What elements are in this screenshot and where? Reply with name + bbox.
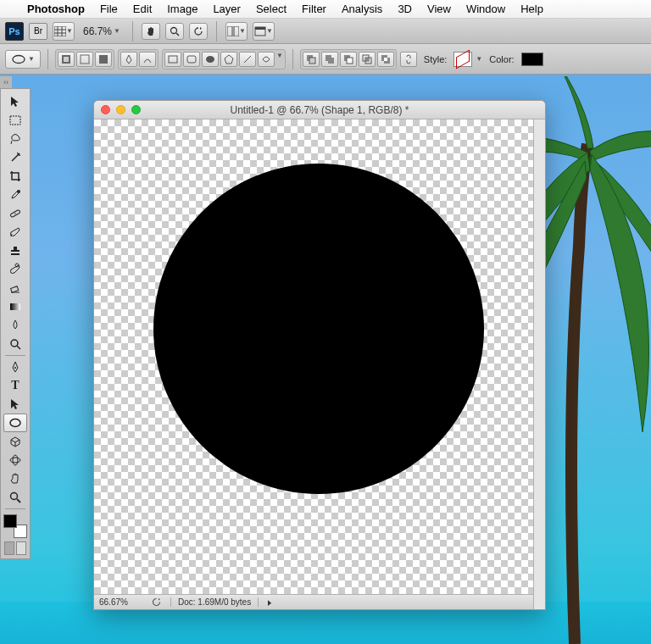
svg-rect-29 [365,58,369,61]
freeform-pen-icon[interactable] [139,52,156,67]
eraser-tool[interactable] [3,279,27,297]
wand-tool[interactable] [3,148,27,167]
move-tool[interactable] [3,92,27,111]
menu-edit[interactable]: Edit [133,3,152,15]
lasso-tool[interactable] [3,130,27,148]
type-tool[interactable]: T [3,376,27,395]
ellipse-tool[interactable] [3,414,27,432]
brush-tool[interactable] [3,223,27,242]
view-extras-button[interactable]: ▼ [53,22,75,41]
menu-select[interactable]: Select [256,3,287,15]
status-refresh-icon[interactable] [150,597,162,608]
tools-collapse-tab[interactable]: ›› [0,76,12,88]
zoom-level-dropdown[interactable]: 66.7% ▼ [80,25,124,37]
new-layer-op-icon[interactable] [303,52,320,67]
status-doc-info[interactable]: Doc: 1.69M/0 bytes [170,597,259,607]
menu-help[interactable]: Help [520,3,543,15]
paths-button[interactable] [76,52,93,67]
style-picker[interactable] [453,52,472,67]
close-window-icon[interactable] [101,105,110,114]
healing-tool[interactable] [3,204,27,223]
path-select-tool[interactable] [3,395,27,414]
vertical-scrollbar[interactable] [533,119,545,609]
svg-rect-17 [187,56,196,63]
subtract-op-icon[interactable] [340,52,357,67]
screen-mode-button[interactable]: ▼ [253,22,275,41]
ps-logo-icon[interactable]: Ps [5,22,24,41]
menu-filter[interactable]: Filter [302,3,326,15]
shape-1-ellipse[interactable] [153,164,484,494]
menu-3d[interactable]: 3D [398,3,412,15]
bridge-launch-button[interactable]: Br [29,23,47,40]
line-shape-icon[interactable] [239,52,256,67]
menu-image[interactable]: Image [167,3,198,15]
rotate-view-shortcut[interactable] [189,23,208,40]
polygon-shape-icon[interactable] [220,52,237,67]
hand-tool-shortcut[interactable] [142,23,160,40]
link-layers-icon[interactable] [400,52,417,67]
rectangle-shape-icon[interactable] [164,52,181,67]
3d-tool[interactable] [3,432,27,451]
minimize-window-icon[interactable] [116,105,125,114]
traffic-lights [101,105,141,114]
menu-view[interactable]: View [427,3,451,15]
foreground-color-swatch[interactable] [3,514,17,528]
arrange-documents-button[interactable]: ▼ [225,22,248,41]
marquee-tool[interactable] [3,111,27,130]
document-titlebar[interactable]: Untitled-1 @ 66.7% (Shape 1, RGB/8) * [94,101,545,119]
ps-options-bar: ▼ ▼ Style: ▼ Color: [0,44,651,75]
exclude-op-icon[interactable] [377,52,394,67]
history-brush-tool[interactable] [3,260,27,279]
color-picker[interactable] [521,53,543,66]
blur-tool[interactable] [3,316,27,335]
menu-layer[interactable]: Layer [213,3,241,15]
svg-rect-44 [10,303,20,310]
chevron-down-icon[interactable]: ▼ [276,52,283,67]
menu-file[interactable]: File [100,3,118,15]
svg-rect-42 [11,286,19,292]
dodge-tool[interactable] [3,335,27,353]
menu-analysis[interactable]: Analysis [342,3,382,15]
svg-point-40 [14,213,15,214]
gradient-tool[interactable] [3,297,27,316]
svg-rect-13 [64,57,69,62]
add-op-icon[interactable] [321,52,338,67]
path-operations-group [300,49,397,69]
crop-tool[interactable] [3,167,27,186]
quick-mask-icon[interactable] [16,541,26,555]
pen-tool[interactable] [3,358,27,376]
pen-icon[interactable] [120,52,137,67]
foreground-background-colors[interactable] [3,514,27,538]
svg-point-49 [10,458,20,463]
stamp-tool[interactable] [3,242,27,260]
svg-rect-15 [99,55,108,64]
custom-shape-icon[interactable] [258,52,275,67]
3d-camera-tool[interactable] [3,451,27,469]
zoom-tool[interactable] [3,488,27,507]
svg-rect-22 [309,58,315,64]
ellipse-shape-icon[interactable] [202,52,219,67]
svg-rect-33 [10,116,20,125]
tools-palette: T [0,88,31,559]
document-title: Untitled-1 @ 66.7% (Shape 1, RGB/8) * [94,104,545,116]
tool-preset-picker[interactable]: ▼ [5,50,41,69]
mac-menubar: Photoshop File Edit Image Layer Select F… [0,0,651,19]
standard-mode-icon[interactable] [4,541,14,555]
eyedropper-tool[interactable] [3,186,27,204]
menu-window[interactable]: Window [466,3,505,15]
rounded-rect-shape-icon[interactable] [183,52,200,67]
status-zoom[interactable]: 66.67% [99,597,142,607]
divider [216,21,217,42]
fill-pixels-button[interactable] [95,52,112,67]
svg-line-6 [176,33,179,36]
status-flyout-icon[interactable]: ▶ [269,598,272,607]
hand-tool[interactable] [3,469,27,488]
shape-layers-button[interactable] [58,52,75,67]
intersect-op-icon[interactable] [359,52,376,67]
zoom-tool-shortcut[interactable] [165,23,184,40]
pen-mode-group [118,49,159,69]
zoom-window-icon[interactable] [131,105,141,114]
app-name[interactable]: Photoshop [27,3,85,15]
chevron-down-icon[interactable]: ▼ [476,55,482,63]
canvas[interactable] [94,119,533,594]
